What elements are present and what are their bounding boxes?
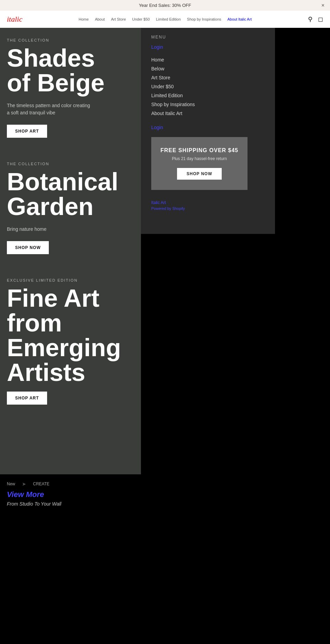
new-label: New	[7, 482, 15, 486]
collection-label-1: THE COLLECTION	[7, 38, 134, 42]
logo-accent: it	[7, 15, 11, 23]
fine-art-section: EXCLUSIVE LIMITED EDITION Fine Art from …	[0, 268, 141, 418]
shades-of-beige-section: THE COLLECTION Shades of Beige The timel…	[0, 28, 141, 151]
shipping-card: FREE SHIPPING OVER $45 Plus 21 day hasse…	[151, 137, 248, 190]
title-line-1a: Shades	[7, 44, 95, 72]
menu-item-art-store[interactable]: Art Store	[151, 73, 265, 82]
section-title-3: Fine Art from Emerging Artists	[7, 286, 134, 385]
menu-overlay: MENU Login Home Below Art Store Under $5…	[141, 28, 275, 234]
cart-icon[interactable]: ◻	[318, 15, 323, 23]
menu-items-list: Home Below Art Store Under $50 Limited E…	[151, 55, 265, 118]
collection-label-3: EXCLUSIVE LIMITED EDITION	[7, 278, 134, 282]
arrow-icon: ➤	[22, 481, 26, 487]
title-line-3d: Artists	[7, 359, 85, 386]
shop-art-button-1[interactable]: SHOP ART	[7, 125, 47, 138]
menu-item-about-italic[interactable]: About Italic Art	[151, 109, 265, 118]
section-desc-1: The timeless pattern and color creatinga…	[7, 102, 134, 116]
shipping-shop-now-button[interactable]: SHOP NOW	[177, 168, 222, 180]
nav-home[interactable]: Home	[79, 17, 89, 21]
title-line-3b: from	[7, 309, 62, 337]
section-desc-2: Bring nature home	[7, 226, 134, 233]
announcement-close-button[interactable]: ×	[321, 2, 324, 9]
header-icons: ⚲ ◻	[308, 15, 323, 23]
menu-item-below[interactable]: Below	[151, 64, 265, 73]
search-icon[interactable]: ⚲	[308, 15, 312, 23]
powered-by-text: Powered by Shopify	[151, 206, 185, 211]
menu-login-top[interactable]: Login	[151, 44, 265, 50]
section-title-1: Shades of Beige	[7, 46, 134, 95]
title-line-1b: of Beige	[7, 69, 104, 97]
menu-item-under50[interactable]: Under $50	[151, 82, 265, 91]
announcement-bar: Year End Sales: 30% OFF ×	[0, 0, 330, 11]
nav-art-store[interactable]: Art Store	[111, 17, 126, 21]
menu-title: MENU	[151, 35, 265, 39]
logo-text: alic	[11, 15, 22, 23]
announcement-text: Year End Sales: 30% OFF	[139, 3, 191, 8]
shop-now-button-2[interactable]: SHOP NOW	[7, 241, 49, 254]
menu-login-bottom[interactable]: Login	[151, 125, 265, 130]
title-line-2a: Botanical	[7, 168, 118, 195]
section-title-2: Botanical Garden	[7, 169, 134, 219]
nav-about[interactable]: About	[95, 17, 105, 21]
main-content: THE COLLECTION Shades of Beige The timel…	[0, 28, 141, 474]
nav-under50[interactable]: Under $50	[132, 17, 150, 21]
title-line-3c: Emerging	[7, 334, 121, 361]
logo[interactable]: italic	[7, 15, 22, 24]
title-line-3a: Fine Art	[7, 284, 99, 312]
content-row: THE COLLECTION Shades of Beige The timel…	[0, 28, 330, 474]
italic-art-footer-link[interactable]: Italic Art	[151, 200, 265, 205]
nav-limited-edition[interactable]: Limited Edition	[156, 17, 181, 21]
botanical-garden-section: THE COLLECTION Botanical Garden Bring na…	[0, 151, 141, 268]
title-line-2b: Garden	[7, 193, 94, 220]
shop-art-button-3[interactable]: SHOP ART	[7, 392, 47, 405]
menu-item-home[interactable]: Home	[151, 55, 265, 64]
collection-label-2: THE COLLECTION	[7, 162, 134, 166]
header: italic Home About Art Store Under $50 Li…	[0, 11, 330, 28]
main-nav: Home About Art Store Under $50 Limited E…	[79, 17, 252, 21]
nav-about-italic[interactable]: About Italic Art	[228, 17, 252, 21]
shipping-card-subtitle: Plus 21 day hassel-free return	[160, 156, 239, 161]
nav-shop-inspirations[interactable]: Shop by Inspirations	[187, 17, 221, 21]
shipping-card-title: FREE SHIPPING OVER $45	[160, 147, 239, 154]
menu-item-shop-inspirations[interactable]: Shop by Inspirations	[151, 100, 265, 109]
create-label: CREATE	[33, 482, 50, 486]
menu-item-limited-edition[interactable]: Limited Edition	[151, 91, 265, 100]
